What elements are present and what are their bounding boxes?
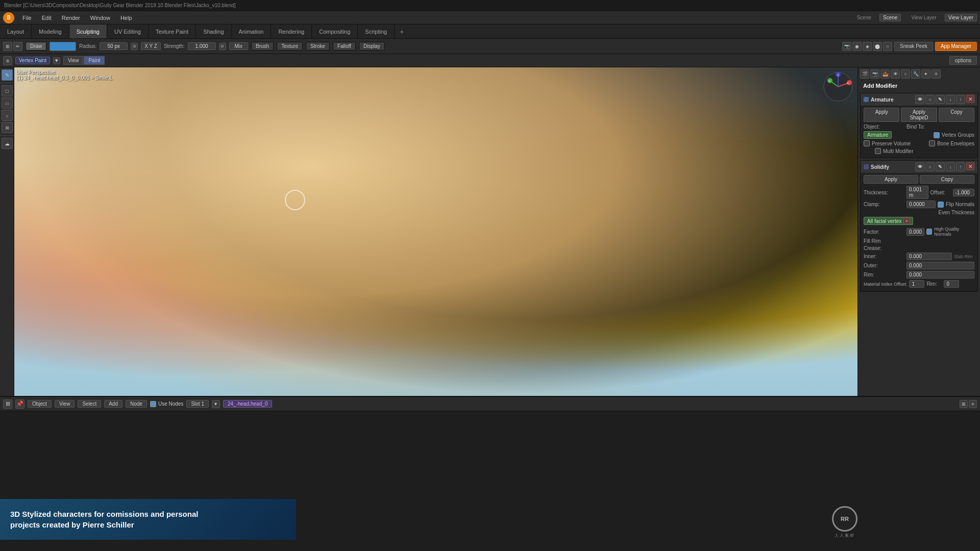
blender-logo[interactable]: B <box>3 12 14 23</box>
viewport-icon-wire[interactable]: ○ <box>883 42 892 51</box>
inner-field[interactable]: 0.000 <box>906 253 952 260</box>
rim-field-value[interactable]: 0 <box>944 280 959 288</box>
solidify-render-icon[interactable]: ○ <box>925 162 935 171</box>
use-nodes-checkbox[interactable] <box>150 401 156 407</box>
armature-remove-btn[interactable]: ✕ <box>966 95 974 103</box>
tool-gradient[interactable]: ⬦ <box>2 110 13 121</box>
tab-rendering[interactable]: Rendering <box>271 24 312 38</box>
viewport-icon-mat[interactable]: ◈ <box>863 42 872 51</box>
panel-icon-scene[interactable]: 🎬 <box>860 69 869 79</box>
tab-uv-editing[interactable]: UV Editing <box>107 24 149 38</box>
ne-slot-dropdown[interactable]: ▾ <box>212 400 220 408</box>
mode-dropdown[interactable]: ▾ <box>53 57 60 64</box>
paint-btn[interactable]: Paint <box>84 56 105 65</box>
bone-envelopes-checkbox[interactable] <box>929 140 935 146</box>
vertex-group-field[interactable]: All facial vertex ✕ <box>864 217 913 225</box>
xyz-constraint[interactable]: X Y Z <box>141 42 161 50</box>
menu-render[interactable]: Render <box>60 14 82 22</box>
armature-object-field[interactable]: Armature <box>864 131 892 139</box>
scene-field[interactable]: Scene <box>879 14 901 21</box>
tool-annotation[interactable]: ☁ <box>2 138 13 149</box>
tool-lasso[interactable]: ⌓ <box>2 97 13 109</box>
strength-value[interactable]: 1.000 <box>188 42 216 50</box>
ne-slot-selector[interactable]: Slot 1 <box>186 400 209 408</box>
solidify-up-icon[interactable]: ↑ <box>956 162 965 171</box>
multi-modifier-checkbox[interactable] <box>875 148 881 154</box>
mode-icon-2[interactable]: ✏ <box>13 42 22 51</box>
view-btn[interactable]: View <box>63 56 84 65</box>
ne-material-field[interactable]: 24_-head.head_0 <box>223 400 272 408</box>
tab-shading[interactable]: Shading <box>196 24 231 38</box>
mode-icon-1[interactable]: ⊞ <box>3 42 12 51</box>
tab-texture-paint[interactable]: Texture Paint <box>149 24 196 38</box>
factor-field[interactable]: 0.000 <box>906 228 924 236</box>
app-manager-btn[interactable]: App Manager <box>935 42 977 51</box>
ne-icon-1[interactable]: ⊞ <box>960 400 968 408</box>
tool-box[interactable]: □ <box>2 85 13 96</box>
add-modifier-title[interactable]: Add Modifier <box>860 81 978 91</box>
solidify-apply-btn[interactable]: Apply <box>864 175 918 184</box>
preserve-volume-checkbox[interactable] <box>864 140 870 146</box>
view-layer-field[interactable]: View Layer <box>945 14 977 21</box>
high-quality-normals-checkbox[interactable] <box>926 229 932 235</box>
vertex-groups-checkbox[interactable] <box>934 132 940 138</box>
panel-icon-modifier[interactable]: 🔧 <box>911 69 920 79</box>
panel-icon-output[interactable]: 📤 <box>880 69 890 79</box>
tab-sculpting[interactable]: Sculpting <box>69 24 107 38</box>
draw-button[interactable]: Draw <box>26 42 46 51</box>
ne-icon-2[interactable]: ≡ <box>969 400 977 408</box>
editor-type-icon[interactable]: ≡ <box>3 56 12 65</box>
viewport-icon-camera[interactable]: 📷 <box>842 42 851 51</box>
texture-btn[interactable]: Texture <box>277 42 303 51</box>
panel-icon-particles[interactable]: ✦ <box>921 69 930 79</box>
material-index-field[interactable]: 1 <box>909 280 924 288</box>
ne-pin-icon[interactable]: 📌 <box>15 399 24 409</box>
menu-file[interactable]: File <box>20 14 34 22</box>
falloff-btn[interactable]: Falloff <box>333 42 356 51</box>
tool-draw[interactable]: ✎ <box>2 69 13 81</box>
sneak-peek-btn[interactable]: Sneak Peek <box>894 42 933 51</box>
display-btn[interactable]: Display <box>359 42 385 51</box>
armature-edit-icon[interactable]: ✎ <box>936 95 945 104</box>
armature-apply-shape-btn[interactable]: Apply ShapeD <box>901 108 937 122</box>
menu-window[interactable]: Window <box>88 14 112 22</box>
tab-add[interactable]: + <box>395 24 409 38</box>
outer-field[interactable]: 0.000 <box>906 262 974 269</box>
tab-compositing[interactable]: Compositing <box>312 24 358 38</box>
armature-vis-icon[interactable]: 👁 <box>915 95 924 104</box>
mix-selector[interactable]: Mix <box>229 42 249 50</box>
ne-node-btn[interactable]: Node <box>126 400 147 408</box>
solidify-edit-icon[interactable]: ✎ <box>936 162 945 171</box>
rim-field[interactable]: 0.000 <box>906 271 974 279</box>
armature-up-icon[interactable]: ↑ <box>956 95 965 104</box>
ne-editor-type[interactable]: ⊞ <box>3 399 12 409</box>
tab-scripting[interactable]: Scripting <box>358 24 395 38</box>
viewport-icon-render[interactable]: ◉ <box>852 42 862 51</box>
tab-modeling[interactable]: Modeling <box>32 24 69 38</box>
armature-copy-btn[interactable]: Copy <box>939 108 974 122</box>
tool-blur[interactable]: ≋ <box>2 122 13 133</box>
armature-down-icon[interactable]: ↓ <box>946 95 955 104</box>
clamp-field[interactable]: 0.0000 <box>906 201 936 208</box>
solidify-vis-icon[interactable]: 👁 <box>915 162 924 171</box>
color-swatch[interactable] <box>50 42 76 51</box>
tab-animation[interactable]: Animation <box>232 24 272 38</box>
radius-value[interactable]: 50 px <box>100 42 128 50</box>
armature-apply-btn[interactable]: Apply <box>864 108 899 122</box>
viewport[interactable]: User Perspective (1) 24_-head.head_0.3_0… <box>14 67 857 396</box>
panel-icon-render[interactable]: 📷 <box>870 69 879 79</box>
strength-icon[interactable]: ⊙ <box>219 43 226 50</box>
thickness-field[interactable]: 0.001 m <box>906 186 928 199</box>
menu-edit[interactable]: Edit <box>40 14 54 22</box>
paint-mode-select[interactable]: Vertex Paint <box>15 57 50 64</box>
tab-layout[interactable]: Layout <box>0 24 32 38</box>
vertex-group-remove[interactable]: ✕ <box>903 218 910 224</box>
panel-icon-view[interactable]: 👁 <box>891 69 900 79</box>
stroke-btn[interactable]: Stroke <box>306 42 330 51</box>
flip-normals-checkbox[interactable] <box>938 202 944 208</box>
solidify-section-header[interactable]: Solidify 👁 ○ ✎ ↓ ↑ ✕ <box>861 161 977 173</box>
ne-object-btn[interactable]: Object <box>28 400 52 408</box>
offset-field[interactable]: -1.000 <box>953 189 975 196</box>
viewport-icon-solid[interactable]: ⬤ <box>873 42 882 51</box>
panel-icon-object[interactable]: ○ <box>901 69 910 79</box>
